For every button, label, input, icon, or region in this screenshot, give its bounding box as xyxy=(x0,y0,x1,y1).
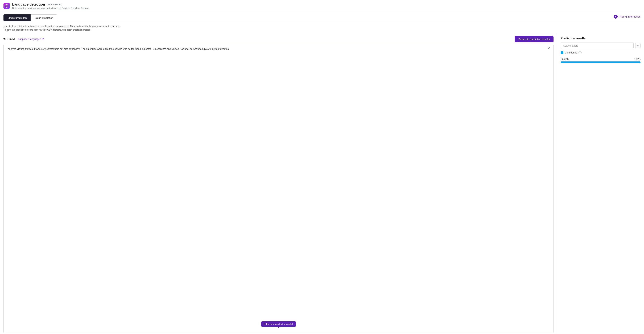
page-header: Language detection AI SOLUTION Determine… xyxy=(0,0,644,12)
result-percentage: 100% xyxy=(634,58,640,60)
external-link-icon xyxy=(42,38,44,40)
result-bar-bg xyxy=(561,61,640,63)
tab-batch-prediction[interactable]: Batch prediction xyxy=(30,14,57,21)
search-bar-row: ≡ xyxy=(561,42,640,49)
supported-languages-link[interactable]: Supported languages xyxy=(18,38,44,40)
filter-button[interactable]: ≡ xyxy=(635,43,640,48)
page-title: Language detection xyxy=(12,2,45,6)
prediction-results-title: Prediction results xyxy=(561,37,640,40)
pricing-label: Pricing Information xyxy=(619,15,640,18)
result-item: English 100% xyxy=(561,58,640,63)
result-label-row: English 100% xyxy=(561,58,640,60)
text-input[interactable]: I enjoyed visiting Mexico. It was very c… xyxy=(4,44,553,333)
description-line2: To generate prediction results from mult… xyxy=(4,28,640,32)
text-field-label: Text field xyxy=(4,38,15,41)
main-layout: Text field Supported languages Generate … xyxy=(0,34,644,334)
confidence-legend: Confidence i xyxy=(561,51,640,54)
tabs-container: Single prediction Batch prediction xyxy=(4,14,57,21)
text-field-left: Text field Supported languages xyxy=(4,38,44,41)
header-text-group: Language detection AI SOLUTION Determine… xyxy=(12,2,90,9)
description-line1: Use single prediction to get real-time r… xyxy=(4,24,640,28)
filter-icon: ≡ xyxy=(637,44,638,47)
search-labels-input[interactable] xyxy=(563,44,631,47)
result-bar-fill xyxy=(561,61,640,63)
generate-prediction-button[interactable]: Generate prediction results xyxy=(514,36,554,42)
result-language: English xyxy=(561,58,568,60)
pricing-information-link[interactable]: $ Pricing Information xyxy=(614,15,640,21)
description-section: Use single prediction to get real-time r… xyxy=(0,21,644,34)
logo-icon xyxy=(5,4,8,8)
right-panel: Prediction results ≡ Confidence i Englis… xyxy=(557,34,644,334)
page-subtitle: Determine the dominant language in text … xyxy=(12,7,90,9)
results-list: English 100% xyxy=(561,57,640,63)
left-panel: Text field Supported languages Generate … xyxy=(0,34,557,334)
search-input-wrap xyxy=(561,42,634,49)
pricing-dollar-icon: $ xyxy=(614,15,618,18)
tab-single-prediction[interactable]: Single prediction xyxy=(4,14,30,21)
confidence-color-swatch xyxy=(561,51,564,54)
confidence-label: Confidence xyxy=(565,51,577,54)
header-title-row: Language detection AI SOLUTION xyxy=(12,2,90,6)
confidence-info-icon[interactable]: i xyxy=(578,51,582,54)
supported-languages-text: Supported languages xyxy=(18,38,41,40)
text-area-container: I enjoyed visiting Mexico. It was very c… xyxy=(4,44,554,333)
tabs-row: Single prediction Batch prediction $ Pri… xyxy=(0,12,644,21)
text-field-header: Text field Supported languages Generate … xyxy=(4,34,554,44)
ai-solution-badge: AI SOLUTION xyxy=(47,3,62,6)
clear-text-button[interactable]: ✕ xyxy=(547,46,551,50)
app-logo xyxy=(4,3,10,9)
